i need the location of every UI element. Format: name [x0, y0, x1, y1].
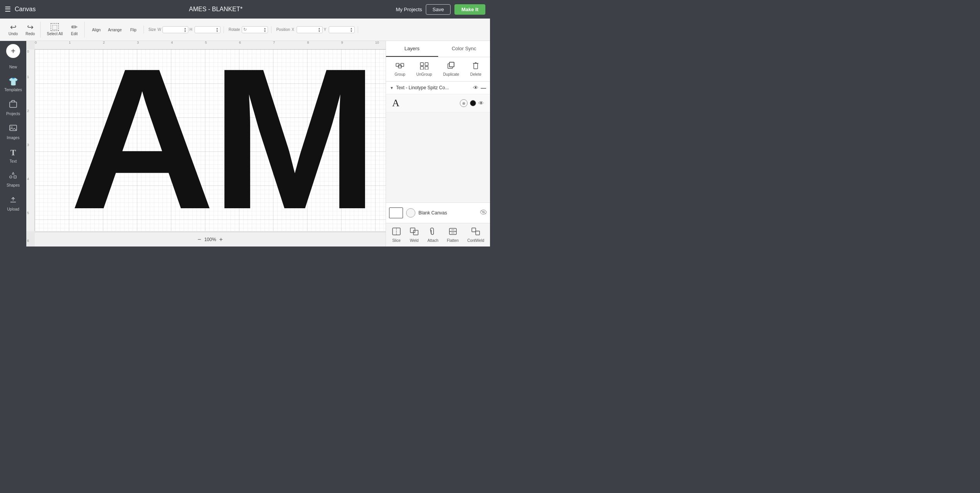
svg-rect-8 — [420, 63, 423, 66]
redo-button[interactable]: ↪ Redo — [22, 22, 38, 37]
x-input[interactable] — [298, 27, 318, 32]
svg-rect-9 — [425, 63, 428, 66]
canvas-area[interactable]: 0 1 2 3 4 5 6 7 8 9 10 11 12 0 1 2 3 — [26, 41, 386, 246]
canvas-text: AMES — [70, 53, 386, 224]
panel-spacer — [386, 112, 490, 202]
width-field[interactable]: ▲ ▼ — [162, 26, 188, 33]
menu-icon[interactable]: ☰ — [5, 5, 11, 14]
panel-actions: Group UnGroup Duplicate Delete — [386, 57, 490, 82]
x-spinner[interactable]: ▲ ▼ — [318, 27, 321, 32]
contweld-button[interactable]: ContWeld — [465, 226, 487, 244]
height-input[interactable] — [196, 27, 215, 32]
layer-sub-item[interactable]: A ⊗ 👁 — [386, 94, 490, 112]
sidebar-item-text[interactable]: T Text — [2, 144, 25, 167]
rotate-down[interactable]: ▼ — [263, 30, 267, 32]
weld-icon — [410, 227, 419, 238]
sub-layer-visibility-toggle[interactable]: 👁 — [478, 100, 484, 106]
height-field[interactable]: ▲ ▼ — [195, 26, 220, 33]
images-icon — [9, 124, 17, 134]
undo-icon: ↩ — [10, 23, 17, 31]
width-input[interactable] — [164, 27, 183, 32]
x-down[interactable]: ▼ — [318, 30, 321, 32]
height-down[interactable]: ▼ — [215, 30, 219, 32]
sidebar-item-projects[interactable]: Projects — [2, 97, 25, 119]
tab-layers[interactable]: Layers — [386, 41, 438, 57]
sidebar-item-new[interactable]: New — [2, 62, 25, 72]
sidebar-item-shapes[interactable]: Shapes — [2, 168, 25, 190]
text-style-button[interactable]: ⊗ — [460, 99, 468, 107]
weld-button[interactable]: Weld — [407, 226, 421, 244]
contweld-icon — [471, 227, 480, 238]
undo-button[interactable]: ↩ Undo — [5, 22, 21, 37]
zoom-out-button[interactable]: − — [198, 236, 201, 243]
sidebar-item-upload[interactable]: Upload — [2, 192, 25, 214]
rotate-up[interactable]: ▲ — [263, 27, 267, 30]
edit-button[interactable]: ✏ Edit — [67, 22, 82, 37]
canvas-grid: AMES — [35, 49, 386, 231]
flatten-button[interactable]: Flatten — [445, 226, 461, 244]
rotate-field[interactable]: ↻ ▲ ▼ — [242, 26, 268, 33]
y-up[interactable]: ▲ — [350, 27, 353, 30]
y-spinner[interactable]: ▲ ▼ — [350, 27, 353, 32]
slice-button[interactable]: Slice — [389, 226, 403, 244]
redo-icon: ↪ — [27, 23, 34, 31]
tab-color-sync[interactable]: Color Sync — [438, 41, 490, 57]
x-field[interactable]: ▲ ▼ — [297, 26, 323, 33]
ungroup-button[interactable]: UnGroup — [414, 60, 435, 78]
align-button[interactable]: Align — [89, 26, 104, 34]
width-down[interactable]: ▼ — [183, 30, 187, 32]
delete-button[interactable]: Delete — [468, 60, 484, 78]
bottom-tools: Slice Weld Attach Flatten — [386, 223, 490, 246]
slice-icon — [392, 227, 401, 238]
y-down[interactable]: ▼ — [350, 30, 353, 32]
attach-button[interactable]: Attach — [425, 226, 440, 244]
rotate-spinner[interactable]: ▲ ▼ — [263, 27, 267, 32]
y-input[interactable] — [330, 27, 350, 32]
rotate-input[interactable] — [248, 27, 263, 32]
select-all-icon: ⬚ — [51, 23, 59, 31]
text-icon: T — [10, 148, 16, 158]
layer-menu-button[interactable]: — — [481, 85, 486, 91]
edit-icon: ✏ — [71, 23, 78, 31]
save-button[interactable]: Save — [426, 4, 451, 15]
new-button[interactable]: + — [6, 44, 20, 58]
projects-icon — [9, 100, 17, 110]
my-projects-link[interactable]: My Projects — [396, 7, 422, 12]
duplicate-button[interactable]: Duplicate — [441, 60, 462, 78]
blank-canvas-row: Blank Canvas — [389, 206, 487, 220]
toolbar-rotate-group: Rotate ↻ ▲ ▼ — [225, 26, 271, 33]
width-up[interactable]: ▲ — [183, 27, 187, 30]
panel-tabs: Layers Color Sync — [386, 41, 490, 57]
sidebar-item-images[interactable]: Images — [2, 121, 25, 143]
svg-rect-27 — [476, 231, 480, 235]
canvas-label: Canvas — [15, 6, 36, 13]
text-color-swatch[interactable] — [470, 100, 476, 106]
document-title: AMES - BLANKET* — [36, 6, 396, 13]
sidebar-item-templates[interactable]: 👕 Templates — [2, 74, 25, 95]
right-panel: Layers Color Sync Group UnGroup D — [386, 41, 490, 246]
header-right: My Projects Save Make It — [396, 4, 485, 15]
x-up[interactable]: ▲ — [318, 27, 321, 30]
flip-button[interactable]: Flip — [126, 26, 141, 34]
shapes-icon — [9, 171, 17, 182]
layer-visibility-toggle[interactable]: 👁 — [473, 85, 478, 91]
svg-rect-0 — [10, 102, 17, 107]
zoom-in-button[interactable]: + — [219, 236, 223, 243]
layer-item-text[interactable]: ▼ Text - Linotype Spitz Co... 👁 — — [386, 82, 490, 94]
layer-sub-controls: ⊗ 👁 — [460, 99, 484, 107]
toolbar: ↩ Undo ↪ Redo ⬚ Select All ✏ Edit Align … — [0, 19, 490, 41]
position-inputs: X ▲ ▼ Y ▲ ▼ — [292, 26, 355, 33]
group-button[interactable]: Group — [392, 60, 408, 78]
svg-rect-11 — [425, 66, 428, 70]
canvas-visibility-toggle[interactable] — [480, 209, 487, 216]
height-up[interactable]: ▲ — [215, 27, 219, 30]
left-sidebar: + New 👕 Templates Projects Images T Text — [0, 41, 26, 246]
select-all-button[interactable]: ⬚ Select All — [44, 22, 65, 37]
height-spinner[interactable]: ▲ ▼ — [215, 27, 219, 32]
svg-rect-10 — [420, 66, 423, 70]
size-inputs: W ▲ ▼ H ▲ ▼ — [157, 26, 220, 33]
make-it-button[interactable]: Make It — [454, 4, 485, 15]
arrange-button[interactable]: Arrange — [106, 26, 124, 34]
y-field[interactable]: ▲ ▼ — [329, 26, 355, 33]
width-spinner[interactable]: ▲ ▼ — [183, 27, 187, 32]
